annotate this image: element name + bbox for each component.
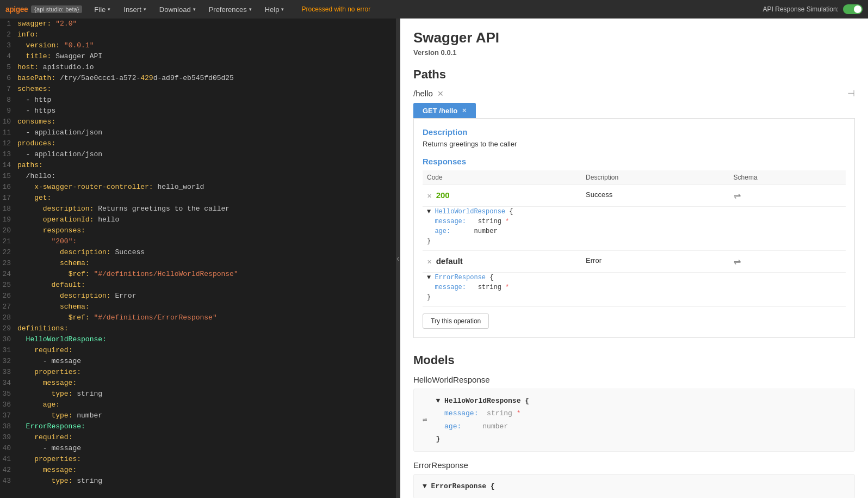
line-content: required: — [17, 345, 72, 356]
code-line: 8 - http — [0, 95, 396, 106]
table-row: ✕ default Error ⇌ — [423, 251, 846, 273]
code-editor[interactable]: 1swagger: "2.0"2info:3 version: "0.0.1"4… — [0, 19, 396, 498]
nav-preferences[interactable]: Preferences ▾ — [202, 0, 258, 19]
code-line: 39 required: — [0, 432, 396, 443]
nav-file[interactable]: File ▾ — [88, 0, 117, 19]
hello-world-response-block: ⇌ ▼ HelloWorldResponse { message: string… — [413, 389, 855, 452]
line-number: 36 — [0, 399, 17, 410]
code-line: 37 type: number — [0, 410, 396, 421]
code-line: 24 $ref: "#/definitions/HelloWorldRespon… — [0, 269, 396, 280]
line-content: type: number — [17, 410, 102, 421]
error-response-schema: ▼ ErrorResponse { — [423, 480, 846, 493]
line-number: 5 — [0, 62, 17, 73]
swagger-panel: Swagger API Version 0.0.1 Paths /hello ✕… — [400, 19, 868, 498]
description-200-cell: Success — [581, 185, 729, 207]
schema-200-cell: ⇌ — [729, 185, 846, 207]
models-section: Models HelloWorldResponse ⇌ ▼ HelloWorld… — [413, 353, 855, 498]
line-content: schema: — [17, 302, 90, 312]
code-line: 40 - message — [0, 443, 396, 454]
line-content: message: — [17, 465, 77, 476]
line-content: required: — [17, 432, 72, 443]
line-content: x-swagger-router-controller: hello_world — [17, 182, 204, 193]
code-line: 34 message: — [0, 378, 396, 389]
line-content: - application/json — [17, 149, 102, 160]
code-line: 41 properties: — [0, 454, 396, 465]
description-text: Returns greetings to the caller — [423, 140, 846, 148]
line-content: host: apistudio.io — [17, 62, 94, 73]
line-number: 34 — [0, 378, 17, 389]
code-line: 12produces: — [0, 138, 396, 149]
paths-section-title: Paths — [413, 67, 855, 82]
line-number: 3 — [0, 40, 17, 51]
code-line: 15 /hello: — [0, 171, 396, 182]
line-content: schemes: — [17, 84, 51, 95]
expand-icon[interactable]: ⊣ — [847, 88, 855, 99]
code-line: 6basePath: /try/5ae0ccc1-a572-429d-ad9f-… — [0, 73, 396, 84]
code-line: 18 description: Returns greetings to the… — [0, 204, 396, 214]
file-caret-icon: ▾ — [108, 7, 110, 12]
get-tab-close-icon[interactable]: ✕ — [462, 107, 467, 114]
line-number: 22 — [0, 247, 17, 258]
swagger-title: Swagger API — [413, 29, 855, 46]
code-line: 16 x-swagger-router-controller: hello_wo… — [0, 182, 396, 193]
line-number: 13 — [0, 149, 17, 160]
code-line: 1swagger: "2.0" — [0, 19, 396, 29]
code-line: 27 schema: — [0, 302, 396, 312]
line-content: description: Returns greetings to the ca… — [17, 204, 230, 214]
description-default-cell: Error — [581, 251, 729, 273]
get-tab[interactable]: GET /hello ✕ — [413, 103, 476, 118]
line-number: 9 — [0, 106, 17, 116]
api-response-simulation-toggle[interactable] — [843, 4, 863, 14]
schema-expand-200-icon[interactable]: ⇌ — [734, 191, 741, 200]
schema-200-block: ▼ HelloWorldResponse { message: string *… — [427, 207, 841, 246]
line-number: 10 — [0, 116, 17, 127]
line-number: 27 — [0, 302, 17, 312]
schema-default-name: ErrorResponse — [435, 274, 486, 281]
code-line: 26 description: Error — [0, 291, 396, 302]
model-expand-icon[interactable]: ⇌ — [423, 413, 427, 427]
schema-expand-default-icon[interactable]: ⇌ — [734, 257, 741, 266]
description-title: Description — [423, 127, 846, 137]
path-close-icon[interactable]: ✕ — [437, 89, 444, 98]
line-number: 16 — [0, 182, 17, 193]
line-number: 21 — [0, 236, 17, 247]
nav-insert[interactable]: Insert ▾ — [117, 0, 153, 19]
code-line: 43 type: string — [0, 476, 396, 487]
line-number: 32 — [0, 356, 17, 367]
line-content: $ref: "#/definitions/ErrorResponse" — [17, 312, 217, 323]
status-text: Processed with no error — [301, 5, 370, 13]
line-number: 40 — [0, 443, 17, 454]
line-number: 38 — [0, 421, 17, 432]
col-description: Description — [581, 170, 729, 185]
help-caret-icon: ▾ — [281, 7, 284, 12]
hello-world-response-title: HelloWorldResponse — [413, 375, 855, 384]
path-row: /hello ✕ ⊣ — [413, 88, 855, 99]
panel-divider[interactable]: ‹ — [396, 19, 400, 498]
try-operation-button[interactable]: Try this operation — [423, 313, 489, 329]
code-default-cell: ✕ default — [423, 251, 581, 273]
code-line: 14paths: — [0, 160, 396, 171]
operation-container: GET /hello ✕ Description Returns greetin… — [413, 103, 855, 338]
line-number: 15 — [0, 171, 17, 182]
nav-download[interactable]: Download ▾ — [153, 0, 202, 19]
apigee-logo: apigee — [5, 5, 28, 14]
line-number: 4 — [0, 51, 17, 62]
line-content: responses: — [17, 225, 85, 236]
line-number: 20 — [0, 225, 17, 236]
code-line: 42 message: — [0, 465, 396, 476]
code-line: 5host: apistudio.io — [0, 62, 396, 73]
line-number: 35 — [0, 389, 17, 399]
code-line: 11 - application/json — [0, 127, 396, 138]
resp-200-x-icon[interactable]: ✕ — [427, 193, 432, 199]
table-row: ✕ 200 Success ⇌ — [423, 185, 846, 207]
code-line: 19 operationId: hello — [0, 214, 396, 225]
line-content: operationId: hello — [17, 214, 119, 225]
line-content: HelloWorldResponse: — [17, 334, 107, 345]
nav-help[interactable]: Help ▾ — [258, 0, 291, 19]
code-line: 3 version: "0.0.1" — [0, 40, 396, 51]
brand: apigee {api studio: beta} — [5, 5, 82, 14]
resp-default-x-icon[interactable]: ✕ — [427, 259, 432, 265]
collapse-icon: ‹ — [396, 254, 399, 263]
code-line: 9 - https — [0, 106, 396, 116]
code-line: 32 - message — [0, 356, 396, 367]
